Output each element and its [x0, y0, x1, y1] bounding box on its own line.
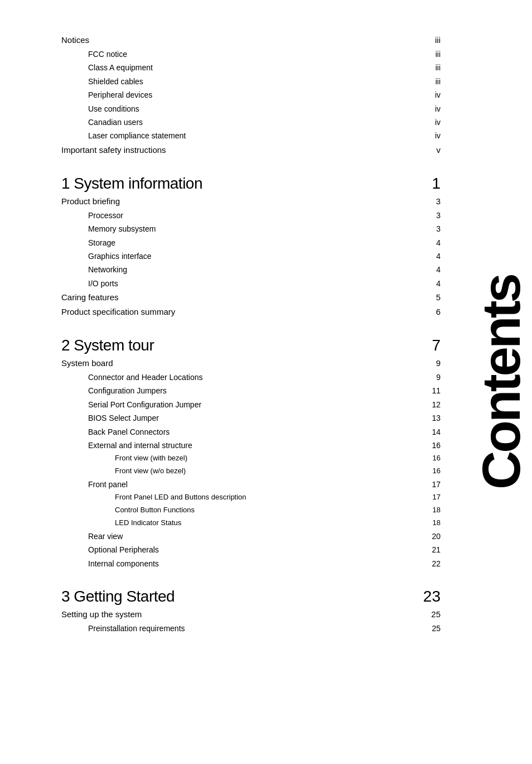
chapter-heading: 2 System tour7	[61, 337, 441, 354]
chapter-page: 23	[423, 588, 441, 606]
toc-row: Back Panel Connectors14	[61, 426, 441, 438]
toc-row: Front Panel LED and Buttons description1…	[61, 492, 441, 503]
toc-label: Back Panel Connectors	[61, 426, 170, 438]
toc-label: Configuration Jumpers	[61, 385, 167, 397]
toc-label: Use conditions	[61, 103, 139, 115]
toc-label: Setting up the system	[61, 608, 142, 621]
toc-label: Serial Port Configuration Jumper	[61, 398, 201, 411]
toc-row: Caring features5	[61, 291, 441, 304]
toc-label: Front view (with bezel)	[61, 453, 187, 464]
toc-label: Front Panel LED and Buttons description	[61, 492, 246, 503]
toc-label: Laser compliance statement	[61, 129, 186, 142]
toc-row: Connector and Header Locations9	[61, 371, 441, 383]
toc-page-number: 4	[424, 277, 441, 290]
toc-label: Peripheral devices	[61, 89, 152, 101]
toc-row: Internal components22	[61, 558, 441, 570]
toc-row: Networking4	[61, 263, 441, 276]
toc-row: Memory subsystem3	[61, 223, 441, 235]
toc-page-number: 18	[424, 517, 441, 529]
toc-page-number: 5	[424, 291, 441, 304]
contents-text: Contents	[475, 275, 528, 489]
toc-section: 2 System tour7System board9Connector and…	[61, 337, 441, 570]
toc-row: Setting up the system25	[61, 608, 441, 621]
toc-page-number: 3	[424, 195, 441, 208]
toc-page-number: 12	[424, 398, 441, 411]
toc-label: Control Button Functions	[61, 504, 195, 516]
toc-row: Canadian usersiv	[61, 116, 441, 128]
toc-label: Front panel	[61, 478, 128, 491]
toc-page-number: 16	[424, 453, 441, 464]
toc-row: Graphics interface4	[61, 250, 441, 262]
toc-page-number: 20	[424, 530, 441, 542]
toc-row: Important safety instructionsv	[61, 143, 441, 157]
toc-page-number: 9	[424, 357, 441, 370]
toc-label: I/O ports	[61, 277, 118, 290]
toc-page-number: iii	[424, 48, 441, 60]
toc-page-number: 4	[424, 250, 441, 262]
toc-label: Internal components	[61, 558, 159, 570]
toc-page-number: 13	[424, 412, 441, 424]
toc-page-number: 17	[424, 478, 441, 491]
toc-label: Canadian users	[61, 116, 143, 128]
toc-page-number: 3	[424, 223, 441, 235]
toc-row: Front view (with bezel)16	[61, 453, 441, 464]
contents-sidebar: Contents	[471, 0, 532, 764]
toc-row: Front view (w/o bezel)16	[61, 465, 441, 477]
toc-row: Product specification summary6	[61, 305, 441, 319]
toc-row: Serial Port Configuration Jumper12	[61, 398, 441, 411]
toc-row: Laser compliance statementiv	[61, 129, 441, 142]
toc-page-number: 14	[424, 426, 441, 438]
toc-page-number: 21	[424, 544, 441, 556]
toc-page-number: 25	[424, 608, 441, 621]
toc-page-number: iii	[424, 33, 441, 47]
toc-row: Class A equipmentiii	[61, 61, 441, 74]
toc-label: Rear view	[61, 530, 123, 542]
toc-label: Class A equipment	[61, 61, 153, 74]
toc-row: LED Indicator Status18	[61, 517, 441, 529]
toc-page-number: v	[424, 143, 441, 157]
toc-page-number: 17	[424, 492, 441, 503]
toc-row: Processor3	[61, 209, 441, 222]
toc-page-number: 25	[424, 622, 441, 635]
toc-label: Front view (w/o bezel)	[61, 465, 186, 477]
toc-page-number: 22	[424, 558, 441, 570]
toc-row: Rear view20	[61, 530, 441, 542]
toc-page-number: 9	[424, 371, 441, 383]
toc-label: Notices	[61, 33, 89, 47]
toc-page-number: 11	[424, 385, 441, 397]
toc-page-number: 16	[424, 465, 441, 477]
chapter-title: 1 System information	[61, 175, 202, 193]
toc-row: Preinstallation requirements25	[61, 622, 441, 635]
toc-page-number: iv	[424, 103, 441, 115]
toc-label: Caring features	[61, 291, 119, 304]
toc-label: Important safety instructions	[61, 143, 166, 157]
toc-section: NoticesiiiFCC noticeiiiClass A equipment…	[61, 33, 441, 157]
toc-label: Optional Peripherals	[61, 544, 159, 556]
toc-row: Product briefing3	[61, 195, 441, 208]
toc-row: Configuration Jumpers11	[61, 385, 441, 397]
toc-page-number: iii	[424, 75, 441, 88]
toc-label: Memory subsystem	[61, 223, 156, 235]
toc-content: NoticesiiiFCC noticeiiiClass A equipment…	[61, 33, 441, 635]
page-container: NoticesiiiFCC noticeiiiClass A equipment…	[0, 0, 532, 764]
toc-page-number: 3	[424, 209, 441, 222]
toc-label: Product briefing	[61, 195, 120, 208]
chapter-heading: 3 Getting Started23	[61, 588, 441, 606]
toc-page-number: 16	[424, 439, 441, 451]
toc-row: System board9	[61, 357, 441, 370]
toc-label: Graphics interface	[61, 250, 152, 262]
toc-page-number: 18	[424, 504, 441, 516]
toc-section: 3 Getting Started23Setting up the system…	[61, 588, 441, 635]
toc-row: Control Button Functions18	[61, 504, 441, 516]
toc-label: LED Indicator Status	[61, 517, 181, 529]
toc-row: Optional Peripherals21	[61, 544, 441, 556]
toc-label: Product specification summary	[61, 305, 175, 319]
toc-page-number: 4	[424, 237, 441, 249]
chapter-title: 2 System tour	[61, 337, 154, 354]
toc-label: External and internal structure	[61, 439, 192, 451]
chapter-page: 7	[432, 337, 441, 354]
toc-row: Front panel17	[61, 478, 441, 491]
toc-label: Networking	[61, 263, 127, 276]
toc-row: External and internal structure16	[61, 439, 441, 451]
toc-page-number: 6	[424, 305, 441, 319]
